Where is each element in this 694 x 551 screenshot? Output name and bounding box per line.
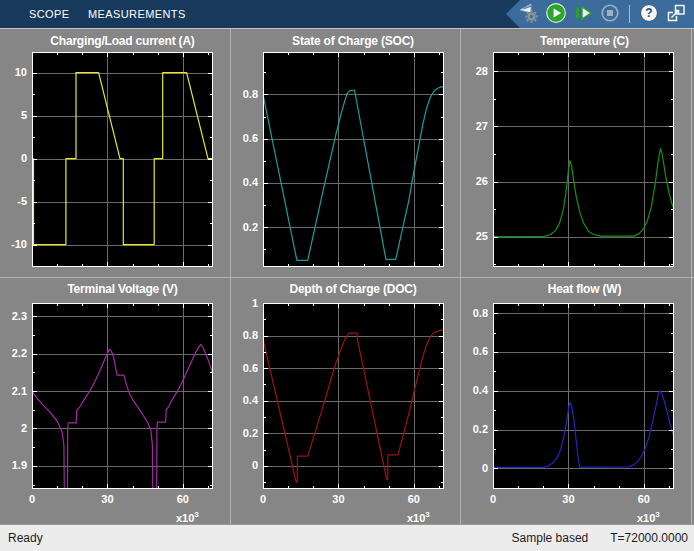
svg-text:0.2: 0.2 bbox=[243, 427, 258, 439]
svg-text:27: 27 bbox=[476, 120, 488, 132]
svg-text:x103: x103 bbox=[176, 510, 199, 524]
svg-text:0.6: 0.6 bbox=[473, 345, 488, 357]
svg-text:1.9: 1.9 bbox=[12, 459, 27, 471]
svg-text:-5: -5 bbox=[17, 195, 27, 207]
toolbar-actions: ? bbox=[506, 0, 694, 28]
svg-text:0.4: 0.4 bbox=[473, 384, 489, 396]
svg-text:10: 10 bbox=[15, 66, 27, 78]
tab-measurements[interactable]: MEASUREMENTS bbox=[88, 0, 186, 28]
svg-text:0.2: 0.2 bbox=[473, 423, 488, 435]
plot-title: Terminal Voltage (V) bbox=[30, 282, 215, 296]
svg-text:60: 60 bbox=[408, 493, 420, 505]
tab-scope[interactable]: SCOPE bbox=[29, 0, 70, 28]
svg-text:26: 26 bbox=[476, 175, 488, 187]
panel-state-of-charge: 0.20.40.60.8 State of Charge (SOC) bbox=[231, 29, 461, 277]
svg-text:0.8: 0.8 bbox=[473, 307, 488, 319]
panel-depth-of-charge: 00.20.40.60.8103060x103 Depth of Charge … bbox=[231, 277, 461, 525]
svg-text:2.1: 2.1 bbox=[12, 385, 27, 397]
svg-text:2: 2 bbox=[21, 422, 27, 434]
plot-title: Temperature (C) bbox=[491, 34, 678, 48]
svg-text:30: 30 bbox=[332, 493, 344, 505]
svg-text:28: 28 bbox=[476, 65, 488, 77]
panel-terminal-voltage: 1.922.12.22.303060x103 Terminal Voltage … bbox=[0, 277, 231, 525]
plot-title: Charging/Load current (A) bbox=[30, 34, 215, 48]
svg-text:0: 0 bbox=[21, 152, 27, 164]
svg-text:0.4: 0.4 bbox=[243, 176, 259, 188]
svg-text:0: 0 bbox=[29, 493, 35, 505]
plot-title: State of Charge (SOC) bbox=[261, 34, 445, 48]
svg-text:0: 0 bbox=[482, 462, 488, 474]
gear-flag-icon bbox=[518, 2, 540, 27]
help-button[interactable]: ? bbox=[638, 3, 660, 25]
plot-title: Heat flow (W) bbox=[491, 282, 678, 296]
svg-text:0.6: 0.6 bbox=[243, 132, 258, 144]
svg-text:-10: -10 bbox=[11, 238, 27, 250]
toolbar-separator bbox=[629, 5, 630, 23]
sample-mode-label: Sample based bbox=[512, 531, 589, 545]
svg-text:0: 0 bbox=[252, 459, 258, 471]
undock-icon bbox=[665, 2, 687, 27]
svg-text:0.8: 0.8 bbox=[243, 88, 258, 100]
panel-charging-load-current: -10-50510 Charging/Load current (A) bbox=[0, 29, 231, 277]
panel-heat-flow: 00.20.40.60.803060x103 Heat flow (W) bbox=[461, 277, 694, 525]
simulation-settings-button[interactable] bbox=[518, 3, 540, 25]
play-icon bbox=[545, 2, 567, 27]
svg-text:60: 60 bbox=[638, 493, 650, 505]
panel-temperature: 25262728 Temperature (C) bbox=[461, 29, 694, 277]
svg-text:0.2: 0.2 bbox=[243, 221, 258, 233]
svg-text:60: 60 bbox=[177, 493, 189, 505]
question-icon: ? bbox=[639, 3, 659, 26]
svg-text:0.4: 0.4 bbox=[243, 394, 259, 406]
plot-temperature[interactable]: 25262728 bbox=[461, 29, 694, 277]
svg-text:2.3: 2.3 bbox=[12, 310, 27, 322]
svg-text:2.2: 2.2 bbox=[12, 347, 27, 359]
svg-text:5: 5 bbox=[21, 109, 27, 121]
status-bar: Ready Sample based T=72000.0000 bbox=[0, 524, 694, 551]
svg-text:0: 0 bbox=[260, 493, 266, 505]
svg-text:30: 30 bbox=[562, 493, 574, 505]
svg-text:0.8: 0.8 bbox=[243, 329, 258, 341]
step-forward-icon bbox=[573, 3, 593, 26]
plot-terminal-voltage[interactable]: 1.922.12.22.303060x103 bbox=[0, 277, 231, 525]
svg-text:x103: x103 bbox=[637, 510, 660, 524]
svg-text:?: ? bbox=[645, 6, 652, 20]
step-forward-button[interactable] bbox=[572, 3, 594, 25]
plot-heat-flow[interactable]: 00.20.40.60.803060x103 bbox=[461, 277, 694, 525]
svg-text:x103: x103 bbox=[407, 510, 430, 524]
plot-depth-of-charge[interactable]: 00.20.40.60.8103060x103 bbox=[231, 277, 461, 525]
stop-button[interactable] bbox=[599, 3, 621, 25]
plot-title: Depth of Charge (DOC) bbox=[261, 282, 445, 296]
undock-button[interactable] bbox=[665, 3, 687, 25]
status-text: Ready bbox=[8, 531, 43, 545]
plot-charging-load-current[interactable]: -10-50510 bbox=[0, 29, 231, 277]
plot-state-of-charge[interactable]: 0.20.40.60.8 bbox=[231, 29, 461, 277]
svg-text:30: 30 bbox=[101, 493, 113, 505]
svg-text:25: 25 bbox=[476, 230, 488, 242]
stop-icon bbox=[600, 3, 620, 26]
simulation-time-label: T=72000.0000 bbox=[610, 531, 688, 545]
toolbar: SCOPE MEASUREMENTS bbox=[0, 0, 694, 28]
run-button[interactable] bbox=[545, 3, 567, 25]
svg-text:0.6: 0.6 bbox=[243, 362, 258, 374]
panel-separator-horizontal bbox=[0, 277, 694, 278]
svg-text:1: 1 bbox=[252, 297, 258, 309]
plots-area: -10-50510 Charging/Load current (A) 0.20… bbox=[0, 28, 694, 524]
svg-text:0: 0 bbox=[490, 493, 496, 505]
scope-window: SCOPE MEASUREMENTS bbox=[0, 0, 694, 551]
